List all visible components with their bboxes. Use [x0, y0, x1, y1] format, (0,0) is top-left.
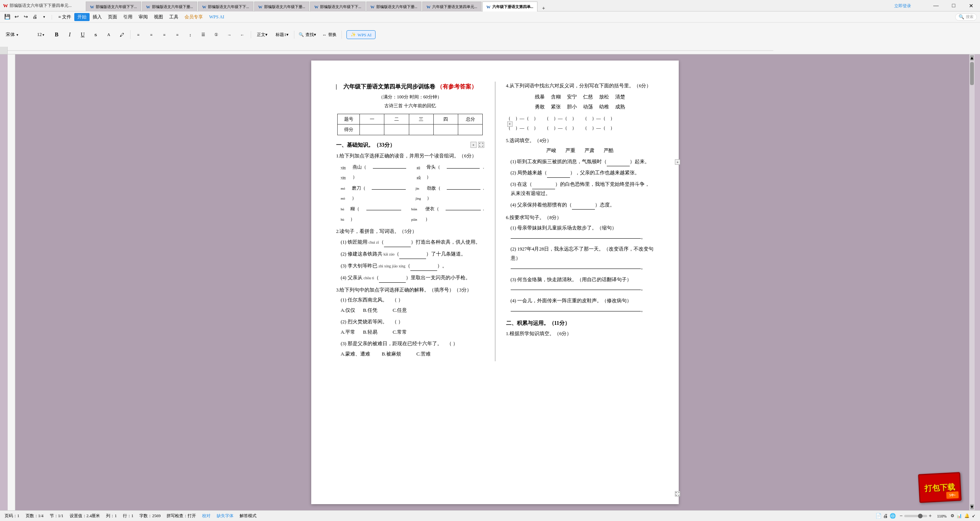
menu-tools[interactable]: 工具 — [166, 13, 181, 21]
zoom-in-btn[interactable]: + — [929, 513, 932, 519]
justify-btn[interactable]: ≡ — [171, 31, 183, 38]
cell-score-1 — [360, 125, 384, 135]
word-1: 残暴 — [535, 93, 545, 102]
ribbon-toolbar: 宋体▾ 12▾ B I U S A 🖍 ≡ ≡ ≡ ≡ ↕ ☰ ① → ← 正文… — [0, 22, 980, 47]
style-h1[interactable]: 标题1▾ — [273, 31, 292, 39]
qa-save-btn[interactable]: 💾 — [3, 13, 11, 21]
ruler-horizontal — [0, 47, 980, 54]
menu-file[interactable]: ≡ 文件 — [55, 13, 74, 21]
menu-view[interactable]: 视图 — [151, 13, 166, 21]
strikethrough-btn[interactable]: S — [90, 31, 102, 38]
question-5: 5.选词填空。（4分） 严峻 严重 严肃 严酷 (1) 听到工友阎振三被抓的消息… — [506, 136, 654, 210]
menu-page[interactable]: 页面 — [105, 13, 120, 21]
maximize-btn[interactable]: □ — [945, 0, 962, 11]
page-expand-btn[interactable]: ⛶ — [675, 491, 680, 496]
word-4: 仁慈 — [583, 93, 593, 102]
search-bar[interactable]: 🔍 搜索 — [955, 13, 977, 21]
status-font[interactable]: 缺失字体 — [217, 513, 234, 519]
tab-2[interactable]: W部编版语文六年级下册... — [142, 2, 198, 11]
status-settings: 设置值：2.4厘米 — [70, 513, 100, 519]
q5-item-3: (3) 在这（）的白色恐怖里，我地下党始终坚持斗争，从来没有退缩过。 — [511, 180, 654, 198]
status-mode[interactable]: 解答模式 — [240, 513, 256, 519]
zoom-slider[interactable] — [904, 515, 927, 517]
find-btn[interactable]: 🔍查找▾ — [296, 31, 319, 39]
tab-1[interactable]: W部编版语文六年级下下... — [86, 2, 141, 11]
close-btn[interactable]: ✕ — [962, 0, 980, 11]
menu-insert[interactable]: 插入 — [90, 13, 105, 21]
section-expand-btn[interactable]: ⛶ — [478, 142, 484, 148]
tab-4[interactable]: W部编版语文六年级下册... — [254, 2, 310, 11]
word-5: 放松 — [599, 93, 609, 102]
word-6: 清楚 — [615, 93, 625, 102]
outdent-btn[interactable]: ← — [236, 31, 248, 38]
word-8: 紧张 — [551, 103, 561, 111]
zoom-out-btn[interactable]: − — [900, 513, 903, 519]
zoom-level[interactable]: 110% — [933, 514, 947, 518]
scroll-thumb[interactable] — [970, 62, 974, 85]
section-add-btn[interactable]: + — [470, 142, 477, 148]
badge-logo-text: 5中+ — [949, 493, 956, 497]
scrollbar-vertical[interactable]: ▲ ▼ — [969, 54, 975, 510]
word-yansu: 严肃 — [585, 146, 595, 155]
tab-7[interactable]: W六年级下册语文第四单元... — [422, 2, 482, 11]
indent-btn[interactable]: → — [223, 31, 235, 38]
doc-subtitle2: 古诗三首 十六年前的回忆 — [336, 102, 484, 110]
numbering-btn[interactable]: ① — [210, 31, 222, 38]
highlight-btn[interactable]: 🖍 — [116, 31, 128, 38]
qa-print-btn[interactable]: 🖨 — [31, 13, 39, 21]
q1-pinyin-6: biān piān — [411, 204, 423, 224]
replace-btn[interactable]: ↔替换 — [320, 31, 339, 39]
q3-title: 3.给下列句中的加点字词选择正确的解释。（填序号）（3分） — [336, 286, 484, 295]
align-right-btn[interactable]: ≡ — [158, 31, 170, 38]
scroll-down-btn[interactable]: ▼ — [970, 504, 974, 510]
status-icon-2[interactable]: 📊 — [957, 513, 962, 518]
ruler-corner — [0, 47, 8, 54]
view-read-btn[interactable]: 📄 — [875, 513, 882, 519]
status-icon-3[interactable]: 🔔 — [964, 513, 970, 518]
menu-member[interactable]: 会员专享 — [181, 13, 206, 21]
tab-8-active[interactable]: W六年级下册语文第四单... — [482, 2, 538, 11]
menu-wpsai[interactable]: WPS AI — [206, 13, 227, 21]
view-print-btn[interactable]: 🖨 — [883, 513, 888, 519]
bullet-btn[interactable]: ☰ — [197, 31, 209, 38]
tab-6[interactable]: W部编版语文六年级下册... — [366, 2, 422, 11]
download-badge[interactable]: 打包下载 5中+ — [918, 472, 962, 503]
menu-ref[interactable]: 引用 — [120, 13, 136, 21]
style-normal[interactable]: 正文▾ — [253, 31, 272, 39]
status-row: 行：1 — [123, 513, 134, 519]
qa-undo-btn[interactable]: ↩ — [12, 13, 21, 21]
underline-btn[interactable]: U — [77, 31, 89, 39]
wpsai-btn[interactable]: ✨WPS AI — [346, 30, 376, 39]
align-left-btn[interactable]: ≡ — [132, 31, 144, 38]
line-spacing-btn[interactable]: ↕ — [184, 31, 196, 38]
menu-review[interactable]: 审阅 — [136, 13, 151, 21]
word-yanku: 严酷 — [604, 146, 614, 155]
cell-score-total — [458, 125, 483, 135]
zoom-slider-thumb[interactable] — [918, 514, 923, 518]
tab-add-btn[interactable]: + — [540, 5, 547, 11]
bold-btn[interactable]: B — [51, 31, 63, 39]
status-spell: 拼写检查：打开 — [167, 513, 196, 519]
tab-5[interactable]: W部编版语文六年级下下... — [310, 2, 366, 11]
minimize-btn[interactable]: — — [927, 0, 945, 11]
qa-dropdown-btn[interactable]: ▾ — [40, 13, 48, 21]
fontsize-selector[interactable]: 12▾ — [34, 31, 50, 39]
q3-item-3: (3) 那是父亲的被难日，距现在已经十六年了。 （ ） A.蒙难、遭难 B.被麻… — [341, 339, 484, 358]
menu-home[interactable]: 开始 — [74, 13, 90, 21]
table-add-col-btn[interactable]: + — [507, 121, 513, 127]
q4-pairs-row2: （ ）—（ ） （ ）—（ ） （ ）—（ ） — [506, 124, 654, 133]
view-web-btn[interactable]: 🌐 — [890, 513, 896, 519]
tab-3[interactable]: W部编版语文六年级下下... — [198, 2, 253, 11]
scroll-up-btn[interactable]: ▲ — [970, 55, 974, 61]
font-color-btn[interactable]: A — [103, 31, 115, 38]
status-check[interactable]: 校对 — [202, 513, 211, 519]
login-btn[interactable]: 立即登录 — [894, 3, 911, 9]
page-add-btn-top[interactable]: + — [675, 159, 680, 165]
font-selector[interactable]: 宋体▾ — [3, 30, 34, 39]
status-pages: 页数：1/4 — [26, 513, 44, 519]
align-center-btn[interactable]: ≡ — [145, 31, 157, 38]
italic-btn[interactable]: I — [64, 31, 76, 39]
status-icon-4[interactable]: ↙ — [972, 513, 975, 518]
status-icon-1[interactable]: ⚙ — [951, 513, 954, 518]
qa-redo-btn[interactable]: ↪ — [21, 13, 30, 21]
